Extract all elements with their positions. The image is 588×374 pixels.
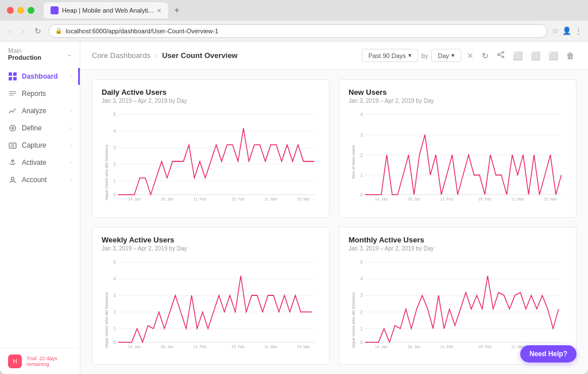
- sidebar-item-define[interactable]: Define ›: [0, 119, 80, 137]
- chart-card-daily-active-users: Daily Active Users Jan 3, 2019 – Apr 2, …: [92, 79, 330, 218]
- svg-text:11. Feb: 11. Feb: [194, 344, 207, 348]
- chart-area-daily: Unique Users who did Sessions 5 4 3 2: [102, 109, 320, 201]
- address-bar[interactable]: 🔒 localhost:6000/app/dashboard/User-Coun…: [49, 24, 547, 38]
- forward-button[interactable]: ›: [19, 25, 28, 37]
- chart-title-weekly: Weekly Active Users: [102, 236, 320, 244]
- sidebar-nav: Dashboard › Reports: [0, 65, 80, 348]
- lock-icon: 🔒: [55, 28, 62, 34]
- svg-text:3: 3: [113, 145, 116, 151]
- sidebar: Main Production ⌄: [0, 41, 80, 374]
- bookmark-icon[interactable]: ☆: [552, 26, 559, 35]
- sidebar-item-activate[interactable]: Activate ›: [0, 154, 80, 171]
- chart-title-monthly: Monthly Active Users: [349, 236, 567, 244]
- granularity-label: Day: [438, 52, 449, 59]
- tab-close-button[interactable]: ✕: [157, 7, 161, 14]
- svg-text:28. Jan: 28. Jan: [161, 344, 173, 348]
- svg-rect-1: [9, 93, 16, 94]
- svg-text:2: 2: [113, 162, 115, 167]
- breadcrumb: Core Dashboards › User Count Overview: [92, 51, 238, 60]
- sidebar-workspace: Production: [8, 54, 41, 61]
- copy-icon[interactable]: ⬜: [528, 49, 543, 63]
- edit-icon[interactable]: ⬜: [546, 49, 560, 63]
- svg-text:5: 5: [360, 260, 363, 265]
- svg-point-9: [502, 52, 504, 53]
- svg-text:0: 0: [113, 340, 116, 345]
- export-icon[interactable]: ⬜: [510, 49, 525, 63]
- browser-tab[interactable]: Heap | Mobile and Web Analyti... ✕: [44, 2, 168, 18]
- header-controls: Past 90 Days ▾ by Day ▾ ✕ ↻: [362, 48, 577, 63]
- share-icon[interactable]: [494, 48, 507, 63]
- svg-text:14. Jan: 14. Jan: [128, 197, 141, 201]
- date-range-chevron: ▾: [408, 52, 412, 59]
- dashboard-label: Dashboard: [22, 72, 58, 80]
- main-header: Core Dashboards › User Count Overview Pa…: [80, 41, 588, 70]
- svg-text:4: 4: [360, 276, 363, 282]
- granularity-filter[interactable]: Day ▾: [431, 49, 461, 62]
- tab-title: Heap | Mobile and Web Analyti...: [62, 7, 153, 14]
- chart-subtitle-daily: Jan 3, 2019 – Apr 2, 2019 by Day: [102, 98, 320, 104]
- svg-rect-2: [9, 95, 14, 95]
- close-traffic-light[interactable]: [7, 7, 14, 14]
- browser-toolbar: ‹ › ↻ 🔒 localhost:6000/app/dashboard/Use…: [0, 21, 588, 41]
- svg-point-11: [502, 56, 504, 58]
- account-icon: [8, 175, 17, 184]
- svg-text:25. Mar: 25. Mar: [544, 197, 557, 201]
- chart-area-monthly: Unique Users who did Sessions 5 4 3 2 1 …: [349, 256, 567, 348]
- define-label: Define: [22, 124, 42, 132]
- sidebar-item-reports[interactable]: Reports: [0, 85, 80, 102]
- sidebar-workspace-chevron[interactable]: ⌄: [67, 51, 72, 57]
- traffic-lights: [7, 7, 34, 14]
- back-button[interactable]: ‹: [6, 25, 14, 37]
- sidebar-item-account[interactable]: Account ›: [0, 171, 80, 188]
- need-help-button[interactable]: Need Help?: [520, 345, 577, 363]
- account-label: Account: [22, 176, 47, 184]
- svg-text:4: 4: [360, 112, 363, 117]
- refresh-icon[interactable]: ↻: [479, 49, 491, 63]
- analyze-icon: [8, 106, 17, 115]
- capture-chevron: ›: [70, 142, 72, 148]
- svg-text:0: 0: [113, 192, 116, 197]
- fullscreen-traffic-light[interactable]: [28, 7, 34, 14]
- define-chevron: ›: [70, 125, 72, 131]
- svg-text:25. Feb: 25. Feb: [478, 344, 492, 348]
- breadcrumb-parent[interactable]: Core Dashboards: [92, 51, 150, 60]
- svg-text:3: 3: [360, 292, 363, 298]
- svg-text:5: 5: [113, 260, 116, 265]
- svg-text:5: 5: [113, 112, 116, 117]
- sidebar-item-dashboard[interactable]: Dashboard ›: [0, 68, 80, 85]
- breadcrumb-current: User Count Overview: [162, 51, 238, 60]
- svg-text:Unique Users who did Sessions: Unique Users who did Sessions: [105, 292, 110, 348]
- chart-subtitle-new: Jan 3, 2019 – Apr 2, 2019 by Day: [349, 98, 567, 104]
- svg-text:28. Jan: 28. Jan: [408, 197, 420, 201]
- svg-text:3: 3: [113, 292, 116, 298]
- svg-text:Unique Users who did Sessions: Unique Users who did Sessions: [352, 292, 357, 348]
- trial-icon: H: [8, 354, 22, 368]
- minimize-traffic-light[interactable]: [17, 7, 24, 14]
- svg-text:1: 1: [113, 179, 116, 184]
- svg-point-7: [11, 145, 14, 147]
- analyze-chevron: ›: [70, 108, 72, 114]
- dashboard-icon: [8, 72, 17, 81]
- reports-label: Reports: [22, 90, 46, 98]
- profile-icon[interactable]: 👤: [562, 26, 571, 35]
- svg-text:0: 0: [360, 340, 363, 345]
- app-layout: Main Production ⌄: [0, 41, 588, 374]
- svg-text:11. Mar: 11. Mar: [511, 197, 524, 201]
- sidebar-item-capture[interactable]: Capture ›: [0, 137, 80, 154]
- filter-close-button[interactable]: ✕: [465, 49, 476, 63]
- svg-point-8: [11, 178, 14, 180]
- new-tab-button[interactable]: +: [171, 5, 183, 16]
- active-indicator: [78, 68, 80, 85]
- svg-text:1: 1: [360, 172, 363, 178]
- sidebar-item-analyze[interactable]: Analyze ›: [0, 102, 80, 119]
- svg-line-13: [499, 55, 502, 56]
- svg-text:14. Jan: 14. Jan: [128, 344, 141, 348]
- svg-text:14. Jan: 14. Jan: [375, 344, 388, 348]
- more-icon[interactable]: ⋮: [575, 26, 582, 35]
- reload-button[interactable]: ↻: [32, 25, 44, 37]
- delete-icon[interactable]: 🗑: [564, 49, 577, 63]
- date-range-filter[interactable]: Past 90 Days ▾: [362, 49, 417, 62]
- svg-text:14. Jan: 14. Jan: [375, 197, 388, 201]
- svg-text:3: 3: [360, 132, 363, 137]
- svg-text:1: 1: [360, 326, 363, 331]
